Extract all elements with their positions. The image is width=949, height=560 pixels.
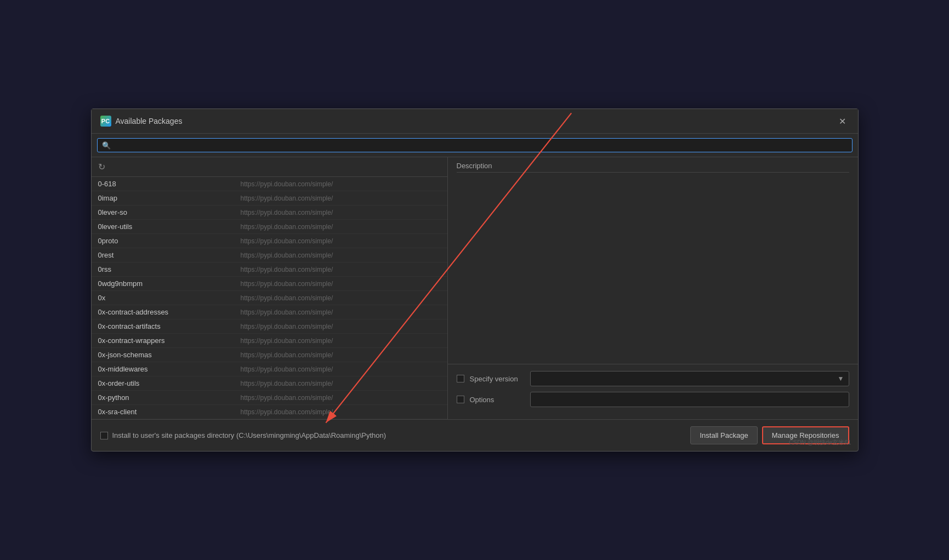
package-name: 0x-json-schemas (98, 351, 241, 359)
footer: Install to user's site packages director… (92, 419, 858, 451)
available-packages-dialog: PC Available Packages ✕ 🔍 ↻ 0-618https:/… (91, 108, 859, 452)
package-url: https://pypi.douban.com/simple/ (241, 380, 441, 387)
refresh-icon[interactable]: ↻ (98, 162, 105, 172)
options-section: Specify version ▼ Options (448, 364, 858, 419)
package-url: https://pypi.douban.com/simple/ (241, 252, 441, 259)
table-row[interactable]: 0x-json-schemashttps://pypi.douban.com/s… (92, 348, 447, 362)
package-url: https://pypi.douban.com/simple/ (241, 209, 441, 216)
package-name: 0lever-so (98, 208, 241, 216)
search-input[interactable] (113, 141, 848, 150)
table-row[interactable]: 0resthttps://pypi.douban.com/simple/ (92, 248, 447, 262)
package-name: 0x-contract-wrappers (98, 336, 241, 345)
search-bar: 🔍 (92, 134, 858, 157)
table-row[interactable]: 0protohttps://pypi.douban.com/simple/ (92, 234, 447, 248)
right-panel: Description Specify version ▼ Options (448, 157, 858, 419)
specify-version-row: Specify version ▼ (457, 371, 849, 386)
package-url: https://pypi.douban.com/simple/ (241, 294, 441, 302)
package-url: https://pypi.douban.com/simple/ (241, 394, 441, 402)
package-list: 0-618https://pypi.douban.com/simple/0ima… (92, 177, 447, 419)
package-url: https://pypi.douban.com/simple/ (241, 337, 441, 345)
description-content (457, 177, 849, 359)
package-url: https://pypi.douban.com/simple/ (241, 408, 441, 416)
package-name: 0rss (98, 265, 241, 273)
close-button[interactable]: ✕ (836, 115, 849, 128)
package-name: 0x (98, 294, 241, 302)
package-url: https://pypi.douban.com/simple/ (241, 365, 441, 373)
table-row[interactable]: 0lever-utilshttps://pypi.douban.com/simp… (92, 220, 447, 234)
table-row[interactable]: 0x-contract-artifactshttps://pypi.douban… (92, 319, 447, 334)
watermark: CSDN @明快de玄米61 (789, 438, 851, 447)
table-row[interactable]: 0xhttps://pypi.douban.com/simple/ (92, 291, 447, 305)
dialog-title: Available Packages (116, 117, 836, 125)
options-label: Options (470, 396, 530, 404)
description-label: Description (457, 162, 849, 173)
package-url: https://pypi.douban.com/simple/ (241, 266, 441, 273)
package-name: 0-618 (98, 180, 241, 188)
install-to-user-label: Install to user's site packages director… (112, 431, 387, 439)
description-section: Description (448, 157, 858, 364)
options-input[interactable] (530, 392, 849, 407)
table-row[interactable]: 0x-order-utilshttps://pypi.douban.com/si… (92, 376, 447, 391)
table-row[interactable]: 0lever-sohttps://pypi.douban.com/simple/ (92, 205, 447, 220)
options-row: Options (457, 392, 849, 407)
package-name: 0x-contract-artifacts (98, 322, 241, 330)
specify-version-label: Specify version (470, 375, 530, 383)
search-icon: 🔍 (102, 141, 111, 150)
package-name: 0x-middlewares (98, 365, 241, 373)
footer-checkbox-row: Install to user's site packages director… (100, 431, 691, 439)
package-name: 0x-sra-client (98, 408, 241, 416)
package-url: https://pypi.douban.com/simple/ (241, 308, 441, 316)
search-wrapper: 🔍 (97, 138, 853, 152)
list-header: ↻ (92, 157, 447, 177)
table-row[interactable]: 0x-contract-addresseshttps://pypi.douban… (92, 305, 447, 319)
package-url: https://pypi.douban.com/simple/ (241, 180, 441, 188)
package-name: 0x-python (98, 393, 241, 402)
specify-version-checkbox[interactable] (457, 375, 464, 382)
main-content: ↻ 0-618https://pypi.douban.com/simple/0i… (92, 157, 858, 419)
table-row[interactable]: 0x-middlewareshttps://pypi.douban.com/si… (92, 362, 447, 376)
table-row[interactable]: 0x-contract-wrappershttps://pypi.douban.… (92, 334, 447, 348)
package-url: https://pypi.douban.com/simple/ (241, 223, 441, 231)
version-dropdown[interactable]: ▼ (530, 371, 849, 386)
app-icon: PC (100, 116, 111, 127)
package-url: https://pypi.douban.com/simple/ (241, 351, 441, 359)
title-bar: PC Available Packages ✕ (92, 109, 858, 134)
dropdown-arrow-icon: ▼ (838, 375, 844, 382)
package-name: 0imap (98, 194, 241, 202)
package-name: 0proto (98, 237, 241, 245)
package-name: 0wdg9nbmpm (98, 279, 241, 288)
package-name: 0x-order-utils (98, 379, 241, 387)
package-url: https://pypi.douban.com/simple/ (241, 195, 441, 202)
table-row[interactable]: 0rsshttps://pypi.douban.com/simple/ (92, 262, 447, 277)
package-url: https://pypi.douban.com/simple/ (241, 237, 441, 245)
left-panel: ↻ 0-618https://pypi.douban.com/simple/0i… (92, 157, 448, 419)
options-checkbox[interactable] (457, 396, 464, 403)
table-row[interactable]: 0-618https://pypi.douban.com/simple/ (92, 177, 447, 191)
install-package-button[interactable]: Install Package (690, 426, 757, 444)
table-row[interactable]: 0x-pythonhttps://pypi.douban.com/simple/ (92, 391, 447, 405)
package-url: https://pypi.douban.com/simple/ (241, 323, 441, 330)
table-row[interactable]: 0imaphttps://pypi.douban.com/simple/ (92, 191, 447, 205)
table-row[interactable]: 0wdg9nbmpmhttps://pypi.douban.com/simple… (92, 277, 447, 291)
package-url: https://pypi.douban.com/simple/ (241, 280, 441, 288)
package-name: 0lever-utils (98, 222, 241, 231)
install-to-user-checkbox[interactable] (100, 432, 108, 439)
package-name: 0rest (98, 251, 241, 259)
table-row[interactable]: 0x-sra-clienthttps://pypi.douban.com/sim… (92, 405, 447, 419)
package-name: 0x-contract-addresses (98, 308, 241, 316)
